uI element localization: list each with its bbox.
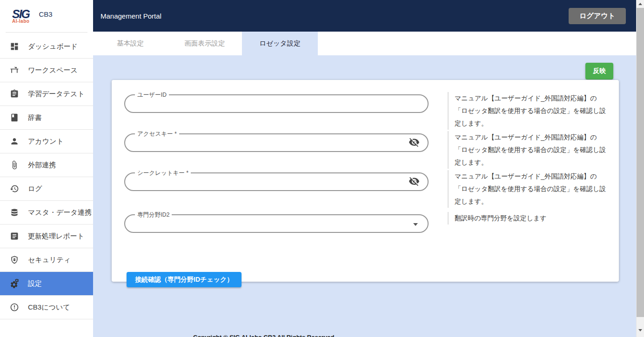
sidebar-item-label: 設定 xyxy=(28,279,42,288)
gear-icon xyxy=(9,278,20,289)
tab-basic-settings[interactable]: 基本設定 xyxy=(93,32,168,55)
sidebar-item-label: ログ xyxy=(28,185,42,193)
scroll-up-icon[interactable] xyxy=(638,3,642,5)
help-divider xyxy=(448,170,449,208)
sidebar-item-dashboard[interactable]: ダッシュボード xyxy=(0,35,93,59)
help-secret-key: マニュアル【ユーザーガイド_外国語対応編】の「ロゼッタ翻訳を使用する場合の設定」… xyxy=(448,170,608,208)
sidebar-item-label: マスタ・データ連携 xyxy=(28,208,92,217)
form-row-user-id: ユーザーID マニュアル【ユーザーガイド_外国語対応編】の「ロゼッタ翻訳を使用す… xyxy=(112,94,619,113)
app-logo: SIG AI-labo CB3 xyxy=(0,0,93,32)
access-key-field: アクセスキー * xyxy=(124,133,429,152)
sidebar-item-label: セキュリティ xyxy=(28,256,71,264)
logo-product-name: CB3 xyxy=(39,10,52,18)
shield-lock-icon xyxy=(9,255,20,265)
rozetta-settings-panel: 反映 ユーザーID マニュアル【ユーザーガイド_外国語対応編】の「ロゼッタ翻訳を… xyxy=(93,55,636,337)
help-text: マニュアル【ユーザーガイド_外国語対応編】の「ロゼッタ翻訳を使用する場合の設定」… xyxy=(455,92,608,130)
sidebar-item-label: 辞書 xyxy=(28,113,42,122)
main-area: Management Portal ログアウト 基本設定 画面表示設定 ロゼッタ… xyxy=(93,0,636,337)
sidebar-item-label: ワークスペース xyxy=(28,66,78,75)
book-icon xyxy=(9,112,20,123)
scrollbar-thumb[interactable] xyxy=(637,8,644,317)
sidebar-item-label: CB3について xyxy=(28,303,70,312)
sidebar-item-security[interactable]: セキュリティ xyxy=(0,248,93,272)
help-divider xyxy=(448,92,449,130)
visibility-off-icon[interactable] xyxy=(408,137,420,149)
sidebar-item-learning-data-test[interactable]: 学習データテスト xyxy=(0,82,93,106)
help-text: マニュアル【ユーザーガイド_外国語対応編】の「ロゼッタ翻訳を使用する場合の設定」… xyxy=(455,170,608,208)
history-icon xyxy=(9,184,20,194)
vertical-scrollbar[interactable] xyxy=(636,0,644,337)
footer-copyright: Copyright © SIG AI-labo CB3 All Rights R… xyxy=(193,334,336,337)
desk-icon xyxy=(9,65,20,75)
sidebar-item-label: 学習データテスト xyxy=(28,90,85,99)
sidebar-item-dictionary[interactable]: 辞書 xyxy=(0,106,93,130)
field-label: アクセスキー * xyxy=(135,130,179,138)
field-label: ユーザーID xyxy=(135,91,169,99)
dashboard-icon xyxy=(9,41,20,52)
specialty-id-select[interactable]: 専門分野ID2 xyxy=(124,214,429,233)
logout-button[interactable]: ログアウト xyxy=(569,8,626,24)
sidebar-item-about[interactable]: CB3について xyxy=(0,296,93,319)
sig-logo: SIG AI-labo xyxy=(12,8,29,24)
settings-card: ユーザーID マニュアル【ユーザーガイド_外国語対応編】の「ロゼッタ翻訳を使用す… xyxy=(112,80,619,282)
exclamation-circle-icon xyxy=(9,302,20,312)
user-id-field: ユーザーID xyxy=(124,94,429,113)
sidebar-item-log[interactable]: ログ xyxy=(0,177,93,201)
apply-button[interactable]: 反映 xyxy=(585,63,613,79)
sidebar-item-account[interactable]: アカウント xyxy=(0,130,93,153)
app-header: Management Portal ログアウト xyxy=(93,0,636,32)
help-text: 翻訳時の専門分野を設定します xyxy=(455,212,608,225)
sidebar-item-update-report[interactable]: 更新処理レポート xyxy=(0,225,93,248)
chevron-down-icon[interactable] xyxy=(413,223,418,226)
report-icon xyxy=(9,231,20,241)
field-label: 専門分野ID2 xyxy=(135,211,172,219)
form-row-specialty-id: 専門分野ID2 翻訳時の専門分野を設定します xyxy=(112,214,619,233)
scroll-down-icon[interactable] xyxy=(638,329,642,331)
sidebar-item-settings[interactable]: 設定 xyxy=(0,272,93,296)
help-divider xyxy=(448,131,449,169)
field-label: シークレットキー * xyxy=(135,169,191,177)
sidebar-item-master-data[interactable]: マスタ・データ連携 xyxy=(0,201,93,225)
tab-display-settings[interactable]: 画面表示設定 xyxy=(168,32,242,55)
page-title: Management Portal xyxy=(101,12,161,20)
help-access-key: マニュアル【ユーザーガイド_外国語対応編】の「ロゼッタ翻訳を使用する場合の設定」… xyxy=(448,131,608,169)
sidebar: SIG AI-labo CB3 ダッシュボード ワークスペース 学習データテスト xyxy=(0,0,93,337)
paperclip-icon xyxy=(9,160,20,170)
clipboard-icon xyxy=(9,89,20,99)
secret-key-field: シークレットキー * xyxy=(124,172,429,191)
help-user-id: マニュアル【ユーザーガイド_外国語対応編】の「ロゼッタ翻訳を使用する場合の設定」… xyxy=(448,92,608,130)
sidebar-item-workspace[interactable]: ワークスペース xyxy=(0,59,93,82)
sidebar-item-label: ダッシュボード xyxy=(28,42,78,51)
sidebar-item-label: アカウント xyxy=(28,137,64,146)
sidebar-item-external-integration[interactable]: 外部連携 xyxy=(0,153,93,177)
help-specialty-id: 翻訳時の専門分野を設定します xyxy=(448,212,608,225)
person-icon xyxy=(9,136,20,146)
logo-divider xyxy=(6,32,87,33)
user-id-input[interactable] xyxy=(125,95,428,112)
settings-tabbar: 基本設定 画面表示設定 ロゼッタ設定 xyxy=(93,32,636,55)
form-row-access-key: アクセスキー * マニュアル【ユーザーガイド_外国語対応編】の「ロゼッタ翻訳を使… xyxy=(112,133,619,152)
help-divider xyxy=(448,212,449,225)
visibility-off-icon[interactable] xyxy=(408,176,420,188)
help-text: マニュアル【ユーザーガイド_外国語対応編】の「ロゼッタ翻訳を使用する場合の設定」… xyxy=(455,131,608,169)
logo-secondary-text: AI-labo xyxy=(12,19,29,24)
tab-rozetta-settings[interactable]: ロゼッタ設定 xyxy=(242,32,318,55)
form-row-secret-key: シークレットキー * マニュアル【ユーザーガイド_外国語対応編】の「ロゼッタ翻訳… xyxy=(112,172,619,191)
connection-check-button[interactable]: 接続確認（専門分野IDチェック） xyxy=(127,272,242,287)
database-icon xyxy=(9,207,20,218)
sidebar-menu: ダッシュボード ワークスペース 学習データテスト 辞書 アカウント xyxy=(0,35,93,319)
sidebar-item-label: 外部連携 xyxy=(28,161,56,170)
sidebar-item-label: 更新処理レポート xyxy=(28,232,84,241)
